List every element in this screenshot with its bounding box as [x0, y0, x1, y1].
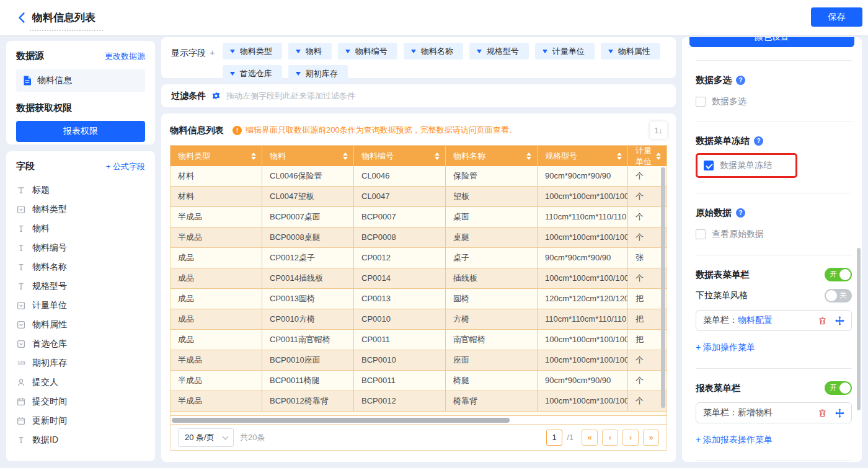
chip-label: 计量单位 [552, 46, 585, 57]
display-field-chip[interactable]: 期初库存 [288, 65, 348, 82]
sort-order-icon[interactable]: 1↓ [650, 121, 667, 139]
multi-select-title: 数据多选 ? [696, 74, 852, 86]
cell-material-name: 桌子 [446, 248, 538, 268]
cell-material-code: BCP0008 [354, 227, 446, 247]
cell-material: CP0013圆椅 [262, 289, 354, 309]
column-header[interactable]: 规格型号 [538, 146, 628, 166]
sort-arrows-icon[interactable] [435, 152, 440, 160]
dropdown-style-label: 下拉菜单风格 [696, 290, 748, 301]
field-label: 更新时间 [32, 415, 67, 426]
report-menubar-title: 报表菜单栏 [696, 382, 741, 394]
dropdown-style-toggle[interactable]: 关 [825, 289, 852, 302]
menu-item-name[interactable]: 物料配置 [738, 315, 773, 326]
first-page-icon[interactable]: « [582, 430, 598, 446]
field-item[interactable]: 物料编号 [16, 238, 145, 257]
select-icon [16, 320, 26, 329]
display-field-chip[interactable]: 物料属性 [601, 43, 660, 60]
column-header[interactable]: 物料编号 [354, 146, 446, 166]
move-icon[interactable] [835, 408, 844, 418]
column-header[interactable]: 计量单位 [628, 146, 666, 166]
panel-scrollbar-thumb[interactable] [857, 248, 861, 410]
cell-material-code: BCP0007 [354, 207, 446, 227]
add-report-action-menu-link[interactable]: + 添加报表操作菜单 [696, 435, 852, 446]
sort-arrows-icon[interactable] [617, 152, 622, 160]
sort-arrows-icon[interactable] [526, 152, 531, 160]
field-item[interactable]: 首选仓库 [16, 334, 145, 353]
cell-spec-model: 110cm*110cm*110/110 [538, 207, 628, 227]
field-label: 规格型号 [32, 281, 67, 292]
menu-freeze-checkbox[interactable] [704, 161, 714, 170]
back-icon[interactable] [16, 12, 29, 24]
column-header[interactable]: 物料名称 [446, 146, 538, 166]
add-display-field-icon[interactable]: + [210, 47, 215, 58]
field-item[interactable]: 物料名称 [16, 257, 145, 276]
field-item[interactable]: 物料类型 [16, 200, 145, 219]
field-label: 物料属性 [32, 319, 67, 330]
sort-arrows-icon[interactable] [656, 152, 661, 160]
field-item[interactable]: 标题 [16, 180, 145, 200]
multi-select-checkbox[interactable] [696, 97, 706, 107]
cell-spec-model: 120cm*120cm*120/120 [538, 289, 628, 309]
field-label: 物料 [32, 223, 50, 234]
display-field-chip[interactable]: 规格型号 [469, 43, 529, 60]
change-datasource-link[interactable]: 更改数据源 [105, 51, 145, 62]
table-menubar-toggle[interactable]: 开 [825, 268, 852, 281]
gear-icon[interactable] [211, 91, 221, 100]
cell-material-code: CP0014 [354, 268, 446, 288]
display-field-chip[interactable]: 首选仓库 [223, 65, 282, 82]
field-item[interactable]: 提交时间 [16, 392, 145, 411]
question-icon[interactable]: ? [736, 208, 745, 218]
table-menu-item[interactable]: 菜单栏： 物料配置 [696, 310, 852, 331]
cell-material: CP0011南官帽椅 [262, 330, 354, 350]
field-item[interactable]: 数据ID [16, 430, 145, 449]
column-header[interactable]: 物料类型 [170, 146, 262, 166]
toggle-knob [839, 382, 851, 394]
report-menubar-toggle[interactable]: 开 [825, 381, 852, 395]
question-icon[interactable]: ? [736, 76, 745, 85]
report-permission-button[interactable]: 报表权限 [16, 121, 145, 142]
trash-icon[interactable] [818, 408, 827, 418]
page-size-select[interactable]: 20 条/页 [178, 428, 234, 447]
field-item[interactable]: 提交人 [16, 373, 145, 392]
current-page-input[interactable]: 1 [546, 430, 562, 446]
last-page-icon[interactable]: » [643, 430, 659, 446]
display-fields-label: 显示字段+ [171, 47, 215, 73]
field-item[interactable]: 更新时间 [16, 411, 145, 430]
display-field-chip[interactable]: 物料类型 [223, 43, 282, 60]
field-item[interactable]: 物料 [16, 219, 145, 238]
report-menu-item[interactable]: 菜单栏： 新增物料 [696, 402, 852, 423]
divider [696, 461, 852, 461]
field-list: 标题 物料类型 物料 物料编号 物料名称 规格型号 [16, 180, 145, 449]
field-item[interactable]: 物料属性 [16, 315, 145, 334]
display-field-chip[interactable]: 物料名称 [404, 43, 463, 60]
column-header[interactable]: 物料 [262, 146, 354, 166]
chevron-down-icon [477, 50, 482, 53]
display-field-chip[interactable]: 计量单位 [535, 43, 595, 60]
add-formula-field-link[interactable]: + 公式字段 [106, 161, 145, 172]
sort-arrows-icon[interactable] [251, 152, 256, 160]
sort-arrows-icon[interactable] [343, 152, 348, 160]
fields-title: 字段 [16, 161, 35, 172]
data-permission-title: 数据获取权限 [16, 102, 145, 114]
raw-data-checkbox[interactable] [696, 229, 706, 239]
display-field-chip[interactable]: 物料编号 [338, 43, 397, 60]
column-header-label: 物料 [270, 151, 286, 162]
cell-material-type: 半成品 [170, 350, 262, 370]
save-button[interactable]: 保存 [811, 7, 862, 27]
datasource-item[interactable]: 物料信息 [16, 69, 145, 92]
move-icon[interactable] [835, 316, 844, 325]
field-label: 期初库存 [32, 358, 67, 369]
add-action-menu-link[interactable]: + 添加操作菜单 [696, 342, 852, 353]
vertical-scrollbar-thumb[interactable] [661, 167, 665, 408]
color-settings-button[interactable]: 颜色设置 [689, 37, 854, 47]
next-page-icon[interactable]: › [622, 430, 639, 446]
chevron-down-icon [230, 50, 235, 53]
question-icon[interactable]: ? [754, 136, 763, 146]
field-item[interactable]: 计量单位 [16, 296, 145, 315]
trash-icon[interactable] [818, 316, 827, 325]
prev-page-icon[interactable]: ‹ [602, 430, 618, 446]
field-item[interactable]: 123 期初库存 [16, 353, 145, 373]
horizontal-scrollbar-thumb[interactable] [172, 418, 510, 423]
field-item[interactable]: 规格型号 [16, 276, 145, 296]
display-field-chip[interactable]: 物料 [288, 43, 332, 60]
